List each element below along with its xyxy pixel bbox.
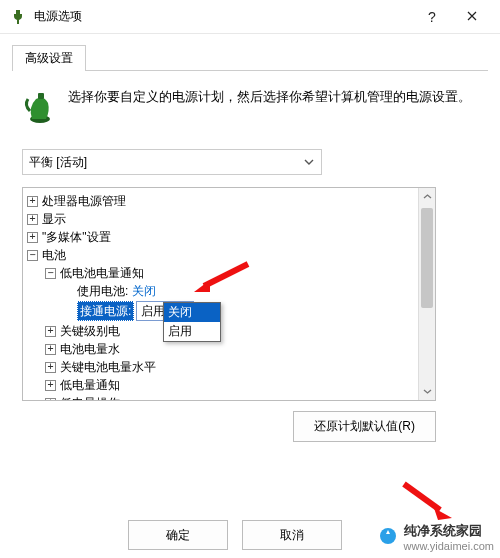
titlebar: 电源选项 ? bbox=[0, 0, 500, 34]
watermark: 纯净系统家园 www.yidaimei.com bbox=[374, 522, 494, 552]
power-plan-select[interactable]: 平衡 [活动] bbox=[22, 149, 322, 175]
expand-icon[interactable]: + bbox=[45, 380, 56, 391]
svg-rect-1 bbox=[38, 93, 44, 99]
restore-defaults-button[interactable]: 还原计划默认值(R) bbox=[293, 411, 436, 442]
expand-icon[interactable]: + bbox=[45, 362, 56, 373]
tree-node-critical-level[interactable]: + 关键级别电 bbox=[27, 322, 435, 340]
expand-icon[interactable]: + bbox=[27, 196, 38, 207]
tree-scrollbar[interactable] bbox=[418, 188, 435, 400]
dropdown-option-off[interactable]: 关闭 bbox=[164, 303, 220, 322]
tree-node-cpu-power[interactable]: + 处理器电源管理 bbox=[27, 192, 435, 210]
expand-icon[interactable]: + bbox=[45, 344, 56, 355]
content-area: 选择你要自定义的电源计划，然后选择你希望计算机管理的电源设置。 平衡 [活动] … bbox=[0, 71, 500, 442]
tab-advanced-settings[interactable]: 高级设置 bbox=[12, 45, 86, 71]
expand-icon[interactable]: + bbox=[45, 326, 56, 337]
tree-node-battery-level[interactable]: + 电池电量水 bbox=[27, 340, 435, 358]
on-battery-value[interactable]: 关闭 bbox=[132, 282, 156, 300]
help-icon: ? bbox=[428, 9, 436, 25]
intro-row: 选择你要自定义的电源计划，然后选择你希望计算机管理的电源设置。 bbox=[22, 87, 478, 125]
plugged-in-label: 接通电源: bbox=[77, 301, 134, 321]
scroll-down-button[interactable] bbox=[419, 383, 435, 400]
window-title: 电源选项 bbox=[34, 8, 412, 25]
tree-leaf-plugged-in[interactable]: 接通电源: 启用 bbox=[27, 300, 435, 322]
ok-button[interactable]: 确定 bbox=[128, 520, 228, 550]
cancel-button[interactable]: 取消 bbox=[242, 520, 342, 550]
annotation-arrow-icon bbox=[400, 480, 456, 520]
collapse-icon[interactable]: − bbox=[27, 250, 38, 261]
tree-node-low-action[interactable]: + 低电量操作 bbox=[27, 394, 435, 401]
scroll-thumb[interactable] bbox=[421, 208, 433, 308]
expand-icon[interactable]: + bbox=[45, 398, 56, 402]
expand-icon[interactable]: + bbox=[27, 214, 38, 225]
plugged-in-dropdown[interactable]: 关闭 启用 bbox=[163, 302, 221, 342]
power-plug-icon bbox=[10, 9, 26, 25]
watermark-url: www.yidaimei.com bbox=[404, 540, 494, 552]
close-button[interactable] bbox=[452, 3, 492, 31]
help-button[interactable]: ? bbox=[412, 3, 452, 31]
chevron-down-icon bbox=[303, 156, 315, 168]
dropdown-option-on[interactable]: 启用 bbox=[164, 322, 220, 341]
annotation-arrow-icon bbox=[190, 260, 250, 296]
tree-node-low-notify[interactable]: + 低电量通知 bbox=[27, 376, 435, 394]
power-plan-icon bbox=[22, 89, 54, 125]
intro-text: 选择你要自定义的电源计划，然后选择你希望计算机管理的电源设置。 bbox=[68, 87, 471, 125]
power-plan-selected: 平衡 [活动] bbox=[29, 154, 87, 171]
close-icon bbox=[467, 10, 477, 24]
watermark-logo-icon bbox=[378, 526, 398, 549]
collapse-icon[interactable]: − bbox=[45, 268, 56, 279]
plugged-in-value: 启用 bbox=[141, 302, 165, 320]
expand-icon[interactable]: + bbox=[27, 232, 38, 243]
watermark-name: 纯净系统家园 bbox=[404, 522, 494, 540]
tree-node-multimedia[interactable]: + "多媒体"设置 bbox=[27, 228, 435, 246]
tree-node-display[interactable]: + 显示 bbox=[27, 210, 435, 228]
tree-node-critical-battery-level[interactable]: + 关键电池电量水平 bbox=[27, 358, 435, 376]
tab-strip: 高级设置 bbox=[0, 34, 500, 70]
scroll-up-button[interactable] bbox=[419, 188, 435, 205]
